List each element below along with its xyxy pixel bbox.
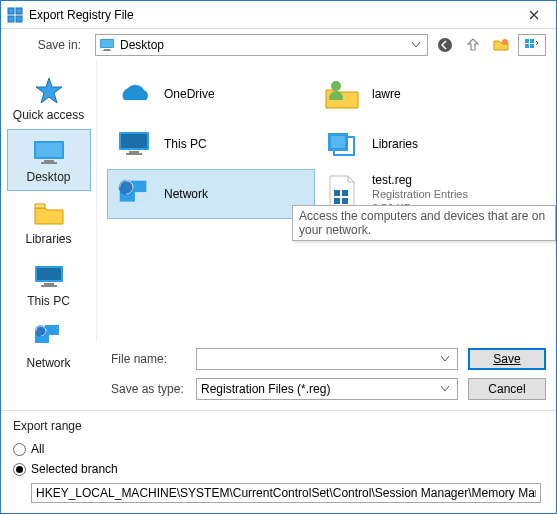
chevron-down-icon <box>437 386 453 392</box>
branch-path-input[interactable] <box>31 483 541 503</box>
savein-row: Save in: Desktop <box>1 29 556 61</box>
item-type: Registration Entries <box>372 187 468 201</box>
up-button[interactable] <box>462 34 484 56</box>
radio-all-label: All <box>31 442 44 456</box>
save-button[interactable]: Save <box>468 348 546 370</box>
svg-rect-40 <box>342 198 348 204</box>
svg-rect-18 <box>35 204 45 208</box>
window-title: Export Registry File <box>29 8 512 22</box>
radio-all-row[interactable]: All <box>13 439 546 459</box>
svg-rect-20 <box>37 268 61 280</box>
titlebar: Export Registry File <box>1 1 556 29</box>
filename-label: File name: <box>1 352 186 366</box>
svg-rect-5 <box>101 40 113 47</box>
svg-rect-38 <box>342 190 348 196</box>
svg-rect-1 <box>16 8 22 14</box>
radio-selected-label: Selected branch <box>31 462 118 476</box>
middle-area: Quick access Desktop Libraries This PC <box>1 61 556 342</box>
pc-icon <box>31 260 67 292</box>
svg-rect-22 <box>41 285 57 287</box>
svg-rect-21 <box>44 283 54 285</box>
svg-point-9 <box>502 39 508 45</box>
svg-rect-33 <box>331 136 345 148</box>
back-button[interactable] <box>434 34 456 56</box>
svg-point-36 <box>119 180 134 195</box>
svg-rect-39 <box>334 198 340 204</box>
pc-icon <box>114 124 154 164</box>
svg-rect-0 <box>8 8 14 14</box>
svg-point-8 <box>438 38 452 52</box>
file-list[interactable]: OneDrive lawre This PC <box>97 61 556 342</box>
new-folder-button[interactable] <box>490 34 512 56</box>
svg-rect-13 <box>530 44 534 48</box>
sidebar-item-quick-access[interactable]: Quick access <box>7 67 91 129</box>
sidebar-item-this-pc[interactable]: This PC <box>7 253 91 315</box>
view-menu-button[interactable] <box>518 34 546 56</box>
user-folder-icon <box>322 74 362 114</box>
savein-combo[interactable]: Desktop <box>95 34 428 56</box>
savein-value: Desktop <box>120 38 408 52</box>
item-label: OneDrive <box>164 87 215 101</box>
svg-rect-10 <box>525 39 529 43</box>
regedit-icon <box>7 7 23 23</box>
cancel-button[interactable]: Cancel <box>468 378 546 400</box>
svg-rect-15 <box>36 143 62 157</box>
desktop-icon <box>99 37 115 53</box>
item-label: Libraries <box>372 137 418 151</box>
export-registry-dialog: Export Registry File Save in: Desktop <box>0 0 557 514</box>
star-icon <box>31 74 67 106</box>
sidebar-item-label: Desktop <box>26 170 70 184</box>
radio-selected-branch[interactable] <box>13 463 26 476</box>
svg-rect-3 <box>16 16 22 22</box>
item-this-pc[interactable]: This PC <box>107 119 315 169</box>
svg-rect-29 <box>129 151 139 153</box>
svg-rect-7 <box>103 50 111 51</box>
item-label: Network <box>164 187 208 201</box>
close-button[interactable] <box>512 1 556 29</box>
sidebar-item-desktop[interactable]: Desktop <box>7 129 91 191</box>
svg-rect-6 <box>104 49 110 50</box>
libraries-icon <box>31 198 67 230</box>
svg-rect-11 <box>530 39 534 43</box>
filename-input[interactable] <box>196 348 458 370</box>
svg-rect-16 <box>44 160 54 162</box>
savein-label: Save in: <box>1 38 89 52</box>
svg-rect-12 <box>525 44 529 48</box>
saveastype-value: Registration Files (*.reg) <box>201 382 437 396</box>
radio-selected-row[interactable]: Selected branch <box>13 459 546 479</box>
saveastype-label: Save as type: <box>1 382 186 396</box>
desktop-icon <box>31 136 67 168</box>
svg-rect-37 <box>334 190 340 196</box>
item-label: lawre <box>372 87 401 101</box>
svg-rect-28 <box>121 134 147 148</box>
filename-area: File name: Save Save as type: Registrati… <box>1 342 556 410</box>
sidebar-item-label: Libraries <box>25 232 71 246</box>
saveastype-combo[interactable]: Registration Files (*.reg) <box>196 378 458 400</box>
onedrive-icon <box>114 74 154 114</box>
places-bar: Quick access Desktop Libraries This PC <box>1 61 97 342</box>
chevron-down-icon <box>408 36 424 54</box>
libraries-icon <box>322 124 362 164</box>
item-onedrive[interactable]: OneDrive <box>107 69 315 119</box>
tooltip: Access the computers and devices that ar… <box>292 205 556 241</box>
item-label: test.reg <box>372 173 468 187</box>
svg-point-26 <box>331 81 341 91</box>
sidebar-item-libraries[interactable]: Libraries <box>7 191 91 253</box>
svg-rect-30 <box>126 153 142 155</box>
svg-rect-2 <box>8 16 14 22</box>
svg-rect-17 <box>41 162 57 164</box>
item-network[interactable]: Network <box>107 169 315 219</box>
sidebar-item-label: Quick access <box>13 108 84 122</box>
network-icon <box>114 174 154 214</box>
item-user-lawre[interactable]: lawre <box>315 69 523 119</box>
export-range-group: Export range All Selected branch <box>1 410 556 513</box>
radio-all[interactable] <box>13 443 26 456</box>
export-range-label: Export range <box>13 419 546 433</box>
sidebar-item-label: This PC <box>27 294 70 308</box>
svg-point-25 <box>35 325 47 337</box>
item-label: This PC <box>164 137 207 151</box>
chevron-down-icon <box>437 356 453 362</box>
item-libraries[interactable]: Libraries <box>315 119 523 169</box>
